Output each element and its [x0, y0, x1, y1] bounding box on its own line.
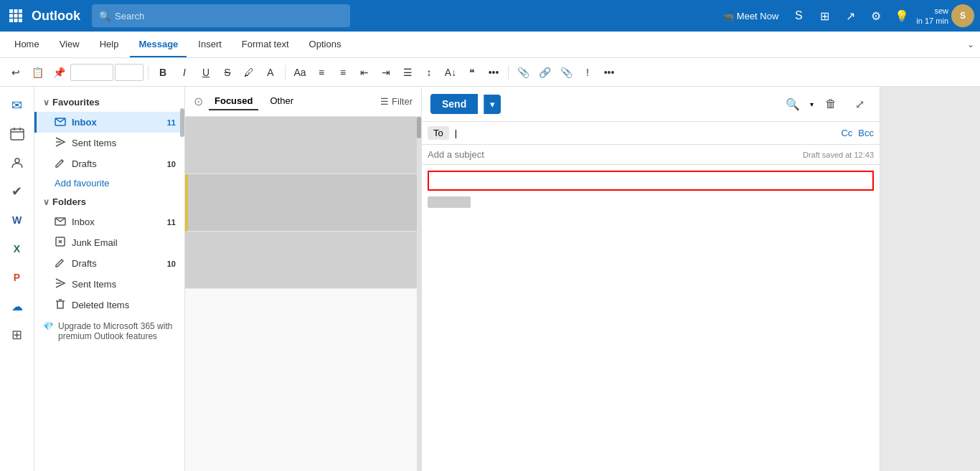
- more-text-btn[interactable]: •••: [484, 62, 504, 82]
- popout-btn[interactable]: ⤢: [848, 92, 871, 115]
- tab-help[interactable]: Help: [91, 32, 128, 57]
- folder-item-inbox[interactable]: Inbox 11: [34, 211, 184, 232]
- highlight-btn[interactable]: 🖊: [239, 62, 259, 82]
- app-launcher-icon[interactable]: ⊞: [813, 4, 836, 27]
- user-avatar[interactable]: S: [951, 4, 974, 27]
- link-btn[interactable]: 🔗: [534, 62, 555, 82]
- scrollbar[interactable]: [180, 87, 184, 471]
- tab-other[interactable]: Other: [264, 92, 299, 110]
- cc-button[interactable]: Cc: [841, 128, 852, 138]
- scrollbar-thumb[interactable]: [180, 108, 184, 137]
- upgrade-banner[interactable]: 💎 Upgrade to Microsoft 365 with premium …: [34, 315, 184, 347]
- font-size-input[interactable]: [115, 64, 143, 81]
- ribbon-expand-icon[interactable]: ⌄: [967, 39, 974, 49]
- more-options-btn[interactable]: •••: [599, 62, 619, 82]
- delete-btn[interactable]: 🗑: [819, 92, 842, 115]
- settings-icon[interactable]: ⚙: [864, 4, 887, 27]
- font-name-input[interactable]: [70, 64, 113, 81]
- sidebar-icon-calendar[interactable]: [4, 121, 30, 147]
- undo-btn[interactable]: ↩: [6, 62, 26, 82]
- decrease-indent-btn[interactable]: ⇤: [354, 62, 374, 82]
- help-icon[interactable]: 💡: [890, 4, 913, 27]
- tab-message[interactable]: Message: [130, 32, 187, 57]
- tab-focused[interactable]: Focused: [209, 92, 258, 110]
- skype-icon[interactable]: S: [787, 4, 810, 27]
- bcc-button[interactable]: Bcc: [858, 128, 874, 138]
- tab-view[interactable]: View: [51, 32, 88, 57]
- folders-header[interactable]: ∨ Folders: [34, 192, 184, 211]
- svg-rect-8: [19, 19, 22, 22]
- folders-collapse-icon: ∨: [43, 197, 50, 207]
- body-area[interactable]: [422, 165, 880, 471]
- search-input[interactable]: [115, 11, 343, 22]
- paste-btn[interactable]: 📌: [49, 62, 69, 82]
- subject-input[interactable]: [428, 149, 797, 160]
- app-name: Outlook: [32, 9, 80, 24]
- folder-item-deleted[interactable]: Deleted Items: [34, 295, 184, 315]
- message-list: ⊙ Focused Other ☰ Filter: [185, 87, 422, 471]
- increase-indent-btn[interactable]: ⇥: [376, 62, 396, 82]
- bold-btn[interactable]: B: [153, 62, 173, 82]
- italic-btn[interactable]: I: [174, 62, 194, 82]
- tab-format-text[interactable]: Format text: [233, 32, 298, 57]
- folder-badge-inbox: 11: [167, 218, 176, 227]
- add-favourite-link[interactable]: Add favourite: [34, 174, 184, 192]
- tab-options[interactable]: Options: [301, 32, 350, 57]
- sidebar-icon-powerpoint[interactable]: P: [4, 265, 30, 290]
- tab-home[interactable]: Home: [6, 32, 48, 57]
- message-item-2[interactable]: [185, 174, 421, 232]
- clip-btn[interactable]: 📎: [556, 62, 576, 82]
- meet-now-button[interactable]: 📹 Meet Now: [717, 8, 785, 24]
- folder-item-sent-fav[interactable]: Sent Items: [34, 133, 184, 153]
- folder-panel: ∨ Favourites Inbox 11 Sent Items Drafts …: [34, 87, 185, 471]
- to-input[interactable]: [455, 128, 836, 138]
- search-bar[interactable]: 🔍: [92, 4, 350, 27]
- sidebar-icon-tasks[interactable]: ✔: [4, 179, 30, 204]
- quote-btn[interactable]: ❝: [462, 62, 482, 82]
- sidebar-icon-mail[interactable]: ✉: [4, 92, 30, 118]
- line-spacing-btn[interactable]: ↕: [419, 62, 439, 82]
- tab-insert[interactable]: Insert: [189, 32, 230, 57]
- folder-label-sent-fav: Sent Items: [72, 138, 116, 148]
- zoom-btn[interactable]: 🔍: [781, 92, 804, 115]
- send-button[interactable]: Send: [430, 94, 478, 114]
- folder-item-drafts[interactable]: Drafts 10: [34, 253, 184, 274]
- body-highlight-box[interactable]: [428, 171, 874, 191]
- text-size-decrease-btn[interactable]: A↓: [440, 62, 461, 82]
- align-btn[interactable]: ☰: [397, 62, 418, 82]
- svg-rect-3: [9, 14, 13, 18]
- folder-item-inbox-fav[interactable]: Inbox 11: [34, 112, 184, 133]
- filter-icon: ☰: [380, 96, 389, 107]
- sidebar-icon-word[interactable]: W: [4, 207, 30, 233]
- feedback-icon[interactable]: ↗: [839, 4, 862, 27]
- strikethrough-btn[interactable]: S: [217, 62, 237, 82]
- top-bar: Outlook 🔍 📹 Meet Now S ⊞ ↗ ⚙ 💡 sew in 17…: [0, 0, 980, 32]
- sidebar-icon-people[interactable]: [4, 150, 30, 176]
- sidebar-icon-apps[interactable]: ⊞: [4, 322, 30, 348]
- folder-item-sent[interactable]: Sent Items: [34, 274, 184, 295]
- sidebar-icon-onedrive[interactable]: ☁: [4, 293, 30, 319]
- folder-item-junk[interactable]: Junk Email: [34, 232, 184, 253]
- msg-list-scrollbar-thumb[interactable]: [417, 117, 421, 138]
- msg-list-scrollbar[interactable]: [417, 117, 421, 471]
- attach-btn[interactable]: 📎: [513, 62, 533, 82]
- case-btn[interactable]: Aa: [290, 62, 310, 82]
- numbering-btn[interactable]: ≡: [333, 62, 353, 82]
- folder-item-drafts-fav[interactable]: Drafts 10: [34, 153, 184, 174]
- importance-btn[interactable]: !: [578, 62, 598, 82]
- to-label[interactable]: To: [428, 126, 449, 140]
- message-item-1[interactable]: [185, 117, 421, 174]
- send-dropdown-button[interactable]: ▾: [484, 95, 501, 114]
- waffle-icon[interactable]: [6, 6, 26, 26]
- font-color-btn[interactable]: A: [260, 62, 281, 82]
- sidebar-icon-excel[interactable]: X: [4, 236, 30, 262]
- junk-icon: [55, 236, 66, 249]
- filter-button[interactable]: ☰ Filter: [380, 96, 413, 107]
- message-item-3[interactable]: [185, 232, 421, 289]
- copy-btn[interactable]: 📋: [27, 62, 47, 82]
- bullets-btn[interactable]: ≡: [311, 62, 331, 82]
- favourites-header[interactable]: ∨ Favourites: [34, 92, 184, 112]
- main-layout: ✉ ✔ W X P ☁ ⊞ ∨ Favourites Inbox 11: [0, 87, 980, 471]
- underline-btn[interactable]: U: [196, 62, 216, 82]
- done-icon: ⊙: [194, 95, 203, 108]
